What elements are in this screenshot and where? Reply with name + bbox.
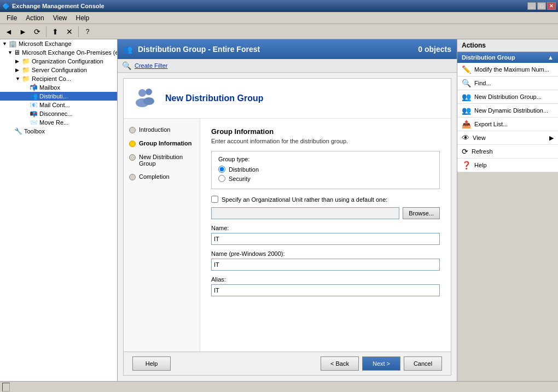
back-button[interactable]: < Back (321, 356, 359, 371)
tree-item-recipient[interactable]: ▼ 📁 Recipient Co... (0, 74, 117, 83)
expand-mailbox[interactable] (23, 85, 28, 90)
wizard-nav-introduction[interactable]: Introduction (124, 123, 200, 137)
svg-point-3 (143, 97, 154, 105)
expand-exchange[interactable]: ▼ (2, 41, 8, 46)
group-info-title: Group Information (211, 127, 440, 136)
exchange-icon: 🏢 (9, 40, 17, 48)
mailbox-icon: 📬 (30, 84, 38, 91)
tree-item-org-config[interactable]: ▶ 📁 Organization Configuration (0, 57, 117, 66)
header-title-text: Distribution Group - Entire Forest (138, 45, 260, 54)
modify-max-icon: ✏️ (462, 65, 471, 74)
radio-security-row: Security (218, 175, 433, 182)
tree-label-disconnected: Disconnec... (39, 110, 73, 117)
expand-mailcontact[interactable] (23, 102, 28, 108)
ou-input[interactable] (211, 207, 399, 219)
actions-section-header: Distribution Group ▲ (457, 52, 558, 63)
toolbar-back[interactable]: ◄ (2, 26, 15, 38)
group-info-desc: Enter account information for the distri… (211, 138, 440, 144)
tree-item-movereq[interactable]: 📨 Move Re... (0, 118, 117, 127)
menu-action[interactable]: Action (21, 13, 48, 23)
action-find[interactable]: 🔍 Find... (457, 77, 558, 90)
help-button[interactable]: Help (132, 356, 171, 371)
expand-server[interactable]: ▶ (15, 67, 21, 73)
menu-bar: File Action View Help (0, 12, 558, 24)
header-icon: 👥 (123, 45, 132, 54)
toolbar-help[interactable]: ? (81, 26, 94, 38)
toolbar-cancel[interactable]: ✕ (63, 26, 76, 38)
minimize-button[interactable]: _ (527, 2, 536, 10)
menu-file[interactable]: File (2, 13, 21, 23)
content-header: 👥 Distribution Group - Entire Forest 0 o… (118, 39, 457, 59)
next-button[interactable]: Next > (362, 356, 400, 371)
ou-checkbox[interactable] (211, 196, 218, 203)
toolbar-refresh[interactable]: ⟳ (31, 26, 44, 38)
browse-button[interactable]: Browse... (403, 207, 440, 219)
action-new-dynamic-label: New Dynamic Distribution... (474, 107, 548, 114)
nav-tree: ▼ 🏢 Microsoft Exchange ▼ 🖥 Microsoft Exc… (0, 39, 118, 381)
radio-security[interactable] (218, 175, 225, 182)
expand-movereq[interactable] (23, 120, 28, 125)
tree-item-mailcontact[interactable]: 📧 Mail Cont... (0, 101, 117, 109)
expand-distrib[interactable] (23, 93, 28, 99)
menu-view[interactable]: View (49, 13, 72, 23)
radio-distribution[interactable] (218, 166, 225, 173)
tree-item-mailbox[interactable]: 📬 Mailbox (0, 83, 117, 92)
action-new-dist-group[interactable]: 👥 New Distribution Group... (457, 90, 558, 104)
wizard-nav-group-info[interactable]: Group Information (124, 137, 200, 150)
tree-item-disconnected[interactable]: 📭 Disconnec... (0, 109, 117, 118)
title-bar: 🔷 Exchange Management Console _ □ ✕ (0, 0, 558, 12)
expand-org[interactable]: ▶ (15, 58, 21, 64)
action-find-label: Find... (474, 80, 491, 86)
help-icon: ❓ (462, 161, 471, 169)
wizard-nav-label-group-info: Group Information (139, 140, 192, 147)
expand-toolbox[interactable] (8, 128, 13, 134)
refresh-icon: ⟳ (462, 147, 468, 156)
toolbox-icon: 🔧 (14, 127, 22, 135)
action-export-list[interactable]: 📤 Export List... (457, 118, 558, 131)
wizard-nav-new-group[interactable]: New Distribution Group (124, 150, 200, 170)
distrib-icon: 👥 (30, 92, 38, 100)
menu-help[interactable]: Help (72, 13, 94, 23)
action-modify-max[interactable]: ✏️ Modify the Maximum Num... (457, 63, 558, 77)
tree-label-on-premises: Microsoft Exchange On-Premises (e... (22, 49, 118, 56)
alias-row: Alias: (211, 276, 440, 296)
action-new-dynamic[interactable]: 👥 New Dynamic Distribution... (457, 104, 558, 118)
create-filter-label[interactable]: Create Filter (135, 62, 168, 69)
toolbar-up[interactable]: ⬆ (49, 26, 62, 38)
wizard-nav-completion[interactable]: Completion (124, 170, 200, 184)
action-view[interactable]: 👁 View ▶ (457, 131, 558, 145)
tree-label-distrib: Distributi... (39, 93, 68, 100)
alias-input[interactable] (211, 284, 440, 296)
tree-label-exchange: Microsoft Exchange (19, 40, 72, 47)
tree-item-on-premises[interactable]: ▼ 🖥 Microsoft Exchange On-Premises (e... (0, 48, 117, 57)
action-modify-max-label: Modify the Maximum Num... (474, 66, 549, 73)
cancel-button[interactable]: Cancel (404, 356, 442, 371)
wizard-icon-area (132, 85, 159, 112)
name-input[interactable] (211, 233, 440, 245)
tree-item-server-config[interactable]: ▶ 📁 Server Configuration (0, 66, 117, 74)
maximize-button[interactable]: □ (537, 2, 546, 10)
expand-disconnected[interactable] (23, 111, 28, 116)
filter-bar: 🔍 Create Filter (118, 59, 457, 73)
tree-label-mailbox: Mailbox (39, 84, 60, 91)
tree-item-distrib[interactable]: 👥 Distributi... (0, 92, 117, 101)
radio-security-label: Security (229, 175, 251, 182)
wizard-area: New Distribution Group Introduction Grou… (118, 73, 457, 381)
action-help[interactable]: ❓ Help (457, 159, 558, 172)
ou-row: Browse... (211, 207, 440, 219)
window-controls[interactable]: _ □ ✕ (527, 2, 556, 10)
view-icon: 👁 (462, 133, 469, 142)
wizard-nav-dot-new-group (129, 154, 136, 161)
toolbar-forward[interactable]: ► (16, 26, 30, 38)
close-button[interactable]: ✕ (547, 2, 556, 10)
expand-on-premises[interactable]: ▼ (8, 50, 13, 55)
action-refresh[interactable]: ⟳ Refresh (457, 145, 558, 159)
expand-recipient[interactable]: ▼ (15, 76, 21, 81)
tree-item-exchange[interactable]: ▼ 🏢 Microsoft Exchange (0, 39, 117, 48)
pre2000-input[interactable] (211, 259, 440, 271)
main-layout: ▼ 🏢 Microsoft Exchange ▼ 🖥 Microsoft Exc… (0, 39, 558, 381)
tree-item-toolbox[interactable]: 🔧 Toolbox (0, 127, 117, 136)
actions-collapse-icon[interactable]: ▲ (548, 54, 554, 61)
radio-distribution-label: Distribution (229, 166, 259, 173)
tree-label-recipient: Recipient Co... (32, 75, 71, 82)
